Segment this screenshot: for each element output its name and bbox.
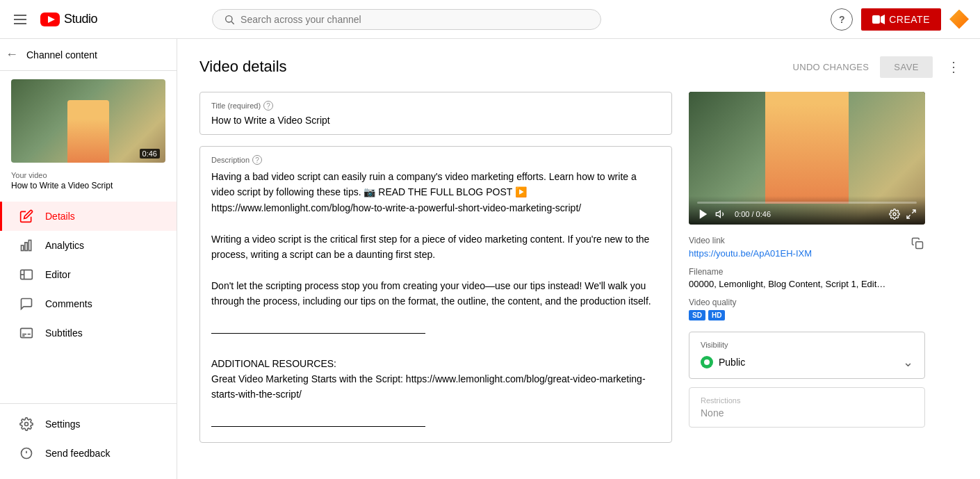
fullscreen-button[interactable]: [906, 209, 917, 220]
sidebar-item-details-label: Details: [45, 211, 75, 222]
svg-point-16: [25, 423, 28, 426]
video-link-info: Video link https://youtu.be/ApA01EH-IXM: [689, 236, 812, 259]
svg-line-24: [907, 216, 910, 219]
filename-label: Filename: [689, 267, 925, 277]
filename-value: 00000, Lemonlight, Blog Content, Script …: [689, 279, 925, 289]
analytics-icon: [19, 238, 34, 253]
details-layout: Title (required) ? How to Write a Video …: [199, 92, 963, 454]
svg-rect-25: [916, 242, 923, 249]
quality-row: Video quality SD HD: [689, 298, 925, 320]
search-container: [212, 9, 601, 30]
video-link-row: Video link https://youtu.be/ApA01EH-IXM: [689, 236, 925, 259]
svg-marker-21: [716, 211, 720, 218]
logo[interactable]: Studio: [40, 12, 97, 26]
sidebar-item-subtitles[interactable]: Subtitles: [0, 318, 177, 348]
search-input[interactable]: [240, 14, 589, 25]
sidebar: ← Channel content 0:46 Your video How to…: [0, 39, 177, 479]
quality-badges: SD HD: [689, 310, 925, 320]
restrictions-label: Restrictions: [701, 396, 913, 405]
sidebar-item-comments[interactable]: Comments: [0, 289, 177, 318]
volume-icon: [715, 209, 726, 220]
help-button[interactable]: ?: [831, 8, 853, 31]
title-help-icon[interactable]: ?: [263, 101, 273, 111]
sidebar-item-analytics[interactable]: Analytics: [0, 231, 177, 260]
svg-marker-5: [881, 15, 885, 24]
controls-row: 0:00 / 0:46: [697, 208, 917, 220]
restrictions-value: None: [701, 407, 913, 419]
copy-icon: [911, 237, 924, 250]
visibility-panel: Visibility Public ⌄: [689, 332, 925, 379]
sidebar-item-analytics-label: Analytics: [45, 240, 84, 251]
sidebar-item-editor-label: Editor: [45, 269, 71, 280]
main-content: Video details UNDO CHANGES SAVE ⋮ Title …: [177, 39, 980, 479]
video-details-panel: 0:00 / 0:46: [689, 92, 925, 454]
subtitles-icon: [19, 325, 34, 341]
save-button[interactable]: SAVE: [880, 56, 933, 78]
sidebar-video-title: How to Write a Video Script: [11, 181, 165, 190]
video-duration-badge: 0:46: [140, 149, 160, 159]
visibility-dot: [701, 356, 713, 368]
video-link-value[interactable]: https://youtu.be/ApA01EH-IXM: [689, 248, 812, 259]
svg-point-2: [226, 15, 232, 22]
sidebar-item-comments-label: Comments: [45, 298, 92, 309]
sidebar-bottom: Settings Send feedback: [0, 403, 177, 468]
video-preview-person: [765, 92, 849, 204]
settings-icon: [19, 416, 34, 432]
fullscreen-icon: [906, 209, 917, 220]
settings-button[interactable]: [889, 209, 900, 220]
svg-point-22: [893, 213, 896, 216]
sidebar-item-send-feedback[interactable]: Send feedback: [0, 439, 177, 468]
description-value: Having a bad video script can easily rui…: [211, 169, 660, 434]
page-title-row: Video details UNDO CHANGES SAVE ⋮: [199, 56, 963, 78]
video-preview[interactable]: 0:00 / 0:46: [689, 92, 925, 225]
svg-marker-20: [700, 210, 708, 220]
svg-rect-8: [28, 241, 31, 251]
visibility-label: Visibility: [701, 341, 913, 349]
more-options-button[interactable]: ⋮: [944, 56, 963, 78]
back-arrow-icon[interactable]: ←: [6, 47, 18, 62]
visibility-chevron-icon: ⌄: [903, 355, 913, 370]
editor-icon: [19, 267, 34, 282]
sidebar-item-subtitles-label: Subtitles: [45, 327, 83, 339]
hd-badge: HD: [708, 310, 725, 320]
sidebar-nav: Details Analytics Editor: [0, 202, 177, 348]
page-actions: UNDO CHANGES SAVE ⋮: [793, 56, 964, 78]
premium-icon[interactable]: [949, 10, 969, 29]
help-icon: ?: [839, 14, 845, 25]
video-thumbnail[interactable]: 0:46: [11, 79, 165, 163]
sidebar-item-details[interactable]: Details: [0, 202, 177, 231]
your-video-label: Your video: [11, 171, 165, 179]
channel-content-title: Channel content: [26, 49, 97, 60]
app-header: Studio ? CREATE: [0, 0, 980, 39]
svg-rect-4: [872, 15, 880, 24]
search-box: [212, 9, 601, 30]
copy-link-button[interactable]: [910, 236, 925, 254]
visibility-select[interactable]: Public ⌄: [701, 355, 913, 370]
channel-content-nav[interactable]: ← Channel content: [0, 39, 177, 71]
sidebar-video-info: Your video How to Write a Video Script: [0, 171, 177, 196]
create-button[interactable]: CREATE: [861, 8, 941, 31]
more-options-icon: ⋮: [947, 59, 961, 74]
play-button[interactable]: [697, 208, 710, 220]
settings-video-icon: [889, 209, 900, 220]
progress-bar[interactable]: [697, 202, 917, 204]
youtube-logo-icon: [40, 13, 60, 26]
sidebar-item-editor[interactable]: Editor: [0, 260, 177, 289]
studio-wordmark: Studio: [64, 12, 97, 26]
video-controls: 0:00 / 0:46: [689, 196, 925, 225]
video-thumbnail-wrap: 0:46: [0, 71, 177, 171]
search-icon: [224, 14, 235, 25]
sidebar-item-feedback-label: Send feedback: [45, 448, 110, 459]
filename-row: Filename 00000, Lemonlight, Blog Content…: [689, 267, 925, 289]
thumbnail-person: [67, 100, 109, 163]
form-column: Title (required) ? How to Write a Video …: [199, 92, 672, 454]
undo-changes-button[interactable]: UNDO CHANGES: [793, 62, 869, 72]
description-field[interactable]: Description ? Having a bad video script …: [199, 146, 672, 443]
restrictions-panel: Restrictions None: [689, 387, 925, 428]
visibility-left: Public: [701, 356, 745, 368]
description-help-icon[interactable]: ?: [252, 155, 262, 165]
volume-button[interactable]: [715, 209, 726, 220]
hamburger-menu[interactable]: [11, 12, 29, 27]
title-field[interactable]: Title (required) ? How to Write a Video …: [199, 92, 672, 135]
sidebar-item-settings[interactable]: Settings: [0, 409, 177, 439]
